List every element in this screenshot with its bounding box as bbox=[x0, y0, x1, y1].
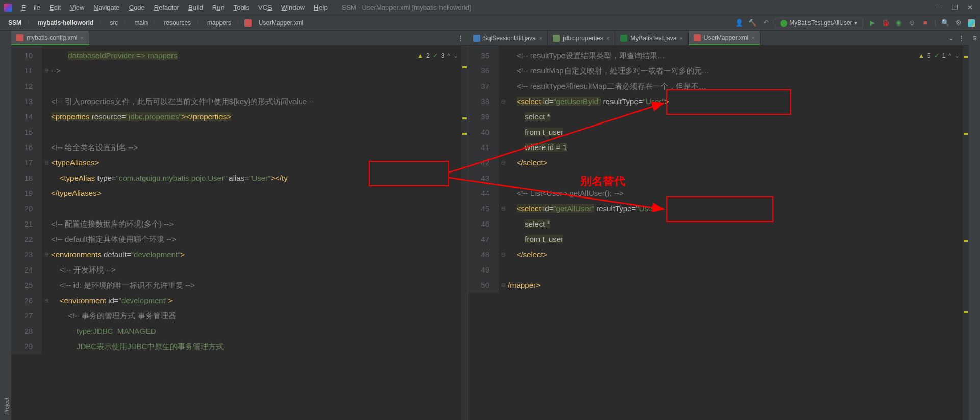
coverage-icon[interactable]: ◉ bbox=[895, 19, 903, 27]
app-icon bbox=[4, 4, 12, 12]
stop-icon[interactable]: ■ bbox=[921, 19, 929, 27]
crumb-main[interactable]: main bbox=[131, 18, 151, 28]
tab-usermapper[interactable]: UserMapper.xml × bbox=[689, 31, 761, 45]
crumb-project[interactable]: SSM bbox=[5, 18, 24, 28]
tool-project[interactable]: Project bbox=[2, 31, 11, 420]
user-icon[interactable]: 👤 bbox=[735, 19, 743, 27]
editor-split: ▲2 ✓3 ^ ⌄ 101112131415161718192021222324… bbox=[11, 46, 969, 420]
menu-refactor[interactable]: Refactor bbox=[150, 2, 183, 13]
xml-file-icon bbox=[16, 34, 23, 41]
menu-help[interactable]: Help bbox=[310, 2, 332, 13]
close-icon[interactable]: × bbox=[679, 35, 682, 41]
ide-brand-icon[interactable] bbox=[968, 19, 975, 27]
toolbar-right: 👤 🔨 ↶ ⬤ MyBatisTest.getAllUser ▾ ▶ 🐞 ◉ ⊙… bbox=[735, 18, 975, 28]
gutter-right[interactable]: 35363738394041424344454647484950 bbox=[468, 46, 499, 293]
menu-edit[interactable]: Edit bbox=[45, 2, 65, 13]
test-file-icon bbox=[620, 35, 627, 42]
crumb-src[interactable]: src bbox=[107, 18, 121, 28]
run-config-label: MyBatisTest.getAllUser bbox=[789, 19, 852, 27]
menu-file[interactable]: File bbox=[17, 2, 44, 13]
tool-structure[interactable]: Structure bbox=[0, 382, 2, 415]
title-bar: File Edit View Navigate Code Refactor Bu… bbox=[0, 0, 980, 15]
run-icon[interactable]: ▶ bbox=[868, 19, 876, 27]
debug-icon[interactable]: 🐞 bbox=[881, 19, 890, 27]
editor-left[interactable]: ▲2 ✓3 ^ ⌄ 101112131415161718192021222324… bbox=[11, 46, 468, 420]
settings-icon[interactable]: ⚙ bbox=[954, 19, 963, 27]
menu-view[interactable]: View bbox=[66, 2, 88, 13]
crumb-module[interactable]: mybatis-helloworld bbox=[35, 18, 96, 28]
gutter-left[interactable]: 1011121314151617181920212223242526272829 bbox=[11, 46, 42, 354]
marker-column-left[interactable] bbox=[461, 46, 468, 420]
window-title: SSM - UserMapper.xml [mybatis-helloworld… bbox=[332, 4, 936, 11]
tab-jdbc-properties[interactable]: jdbc.properties × bbox=[548, 31, 615, 45]
back-icon[interactable]: ↶ bbox=[762, 19, 770, 27]
xml-file-icon bbox=[244, 19, 252, 27]
build-icon[interactable]: 🔨 bbox=[748, 19, 756, 27]
minimize-icon[interactable]: — bbox=[936, 4, 943, 11]
menu-build[interactable]: Build bbox=[184, 2, 207, 13]
chevron-down-icon: ▾ bbox=[854, 19, 857, 27]
menu-navigate[interactable]: Navigate bbox=[89, 2, 124, 13]
nav-row: SSM〉 mybatis-helloworld〉 src〉 main〉 reso… bbox=[0, 15, 980, 31]
tab-sqlsessionutil[interactable]: SqlSessionUtil.java × bbox=[468, 31, 548, 45]
menu-vcs[interactable]: VCS bbox=[254, 2, 276, 13]
crumb-resources[interactable]: resources bbox=[161, 18, 194, 28]
fold-column-right[interactable]: ⊟⊟⊟⊟⊟ bbox=[499, 46, 508, 293]
main-menu: File Edit View Navigate Code Refactor Bu… bbox=[17, 2, 332, 13]
run-config-selector[interactable]: ⬤ MyBatisTest.getAllUser ▾ bbox=[775, 18, 863, 28]
tab-mybatis-config[interactable]: mybatis-config.xml × bbox=[11, 31, 89, 45]
code-right[interactable]: <!-- resultType设置结果类型，即查询结果… <!-- result… bbox=[508, 48, 962, 293]
crumb-file[interactable]: UserMapper.xml bbox=[256, 18, 306, 28]
xml-file-icon bbox=[694, 34, 701, 41]
close-icon[interactable]: × bbox=[606, 35, 609, 41]
tab-label: UserMapper.xml bbox=[704, 34, 748, 41]
marker-column-right[interactable] bbox=[963, 46, 969, 420]
close-icon[interactable]: ✕ bbox=[967, 4, 973, 11]
tool-m[interactable]: m bbox=[971, 31, 980, 420]
close-icon[interactable]: × bbox=[80, 35, 83, 41]
more-tabs-icon[interactable]: ⋮ bbox=[457, 34, 464, 42]
menu-window[interactable]: Window bbox=[277, 2, 309, 13]
fold-column-left[interactable]: ⊟⊟⊟⊟ bbox=[42, 46, 51, 354]
left-tool-strip: Project Structure bbox=[0, 31, 11, 420]
code-left[interactable]: databaseIdProvider => mappers--><!-- 引入p… bbox=[51, 48, 460, 354]
main-area: mybatis-config.xml × ⋮ SqlSessionUtil.ja… bbox=[11, 31, 969, 420]
editor-tabs: mybatis-config.xml × ⋮ SqlSessionUtil.ja… bbox=[11, 31, 969, 46]
editor-right[interactable]: ▲5 ✓1 ^ ⌄ 353637383940414243444546474849… bbox=[468, 46, 969, 420]
tab-label: SqlSessionUtil.java bbox=[483, 35, 536, 42]
maximize-icon[interactable]: ❐ bbox=[952, 4, 958, 11]
more-tabs-icon[interactable]: ⋮ bbox=[958, 34, 965, 42]
menu-tools[interactable]: Tools bbox=[230, 2, 253, 13]
properties-file-icon bbox=[553, 35, 560, 42]
close-icon[interactable]: × bbox=[539, 35, 542, 41]
menu-run[interactable]: Run bbox=[208, 2, 229, 13]
profile-icon[interactable]: ⊙ bbox=[908, 19, 916, 27]
tab-label: MyBatisTest.java bbox=[630, 35, 676, 42]
menu-code[interactable]: Code bbox=[125, 2, 149, 13]
chevron-down-icon[interactable]: ⌄ bbox=[948, 34, 954, 42]
breadcrumb: SSM〉 mybatis-helloworld〉 src〉 main〉 reso… bbox=[5, 18, 306, 28]
tab-mybatistest[interactable]: MyBatisTest.java × bbox=[615, 31, 688, 45]
java-file-icon bbox=[473, 35, 480, 42]
tab-label: jdbc.properties bbox=[563, 35, 603, 42]
tab-label: mybatis-config.xml bbox=[27, 34, 77, 41]
window-controls: — ❐ ✕ bbox=[936, 4, 976, 11]
search-icon[interactable]: 🔍 bbox=[941, 19, 949, 27]
crumb-mappers[interactable]: mappers bbox=[204, 18, 234, 28]
run-config-icon: ⬤ bbox=[780, 19, 787, 27]
close-icon[interactable]: × bbox=[751, 35, 754, 41]
right-tool-strip: m Maven Database bbox=[969, 31, 980, 420]
